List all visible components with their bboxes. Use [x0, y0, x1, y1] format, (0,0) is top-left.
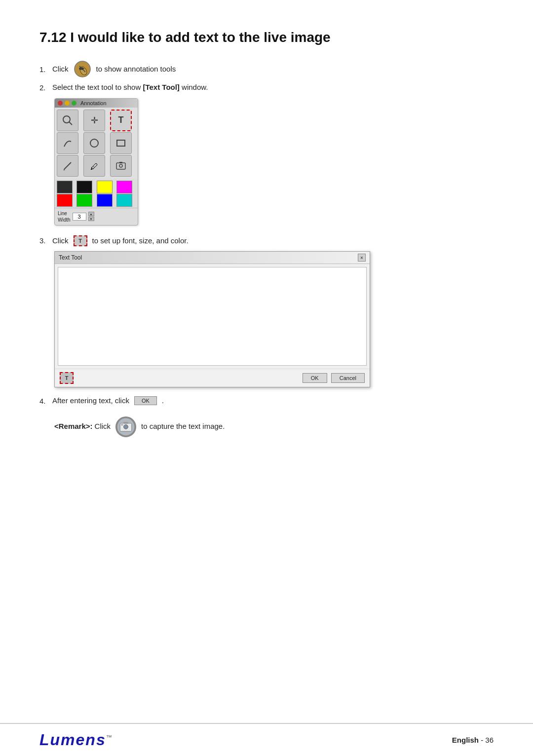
toolbar-btn-fill[interactable]: 🖊 — [83, 155, 105, 177]
step-4-text-after: . — [162, 395, 164, 407]
remark-click-text: Click — [95, 421, 111, 432]
linewidth-spinner: ▲ ▼ — [88, 212, 94, 221]
remark-label: <Remark>: — [54, 421, 93, 432]
page-content: 7.12 I would like to add text to the liv… — [0, 0, 533, 756]
toolbar-dot-green — [72, 101, 76, 106]
toolbar-btn-move[interactable]: ✛ — [83, 110, 105, 131]
color-magenta[interactable] — [116, 181, 132, 193]
step-1: 1. Click ✏ to show annotation tools — [39, 60, 494, 78]
step-4-text-before: After entering text, click — [52, 395, 129, 407]
dialog-title: Text Tool — [59, 254, 82, 261]
toolbar-dot-red — [58, 101, 63, 106]
footer: Lumens™ English - 36 — [0, 723, 533, 756]
step-3-num: 3. — [39, 236, 49, 245]
svg-point-12 — [119, 164, 122, 167]
toolbar-btn-pencil[interactable] — [57, 155, 78, 177]
svg-rect-18 — [121, 424, 123, 425]
toolbar-titlebar: Annotation — [55, 99, 138, 108]
ok-inline-button[interactable]: OK — [134, 396, 157, 405]
toolbar-color-swatches — [55, 179, 138, 208]
dialog-footer-left: T — [60, 372, 299, 384]
footer-language: English — [452, 736, 479, 744]
lumens-logo: Lumens™ — [39, 731, 113, 749]
dialog-text-icon[interactable]: T — [60, 372, 74, 384]
color-red[interactable] — [57, 194, 73, 207]
linewidth-input[interactable] — [73, 213, 86, 221]
toolbar-linewidth-section: Line Width ▲ ▼ — [55, 208, 138, 225]
toolbar-btn-freehand[interactable] — [57, 132, 78, 154]
step-1-text-after: to show annotation tools — [96, 64, 176, 75]
step-2-num: 2. — [39, 83, 49, 92]
remark-text-after: to capture the text image. — [141, 421, 225, 432]
dialog-titlebar: Text Tool × — [55, 252, 370, 264]
svg-rect-7 — [117, 140, 125, 146]
svg-line-8 — [64, 162, 71, 169]
svg-point-6 — [90, 139, 98, 147]
dialog-cancel-button[interactable]: Cancel — [331, 373, 365, 383]
svg-text:✏: ✏ — [79, 65, 85, 73]
svg-rect-11 — [116, 163, 125, 169]
footer-page-info: English - 36 — [452, 736, 494, 744]
svg-point-4 — [63, 116, 70, 123]
svg-rect-17 — [124, 422, 128, 424]
remark-section: <Remark>: Click to capture the text imag… — [54, 416, 494, 437]
step-1-text-before: Click — [52, 64, 69, 75]
color-cyan[interactable] — [116, 194, 132, 207]
color-blue[interactable] — [97, 194, 113, 207]
bold-text-tool: [Text Tool] — [143, 83, 179, 91]
capture-icon[interactable] — [115, 416, 136, 437]
toolbar-btn-rectangle[interactable] — [110, 132, 132, 154]
linewidth-label: Line Width — [58, 210, 71, 223]
footer-page-num: 36 — [485, 736, 494, 744]
svg-point-16 — [124, 424, 128, 429]
annotation-toolbar-screenshot: Annotation ✛ T — [54, 98, 138, 226]
dialog-text-area[interactable] — [58, 267, 367, 366]
dialog-footer: T OK Cancel — [55, 369, 370, 387]
step-3-text-before: Click — [52, 235, 69, 247]
toolbar-dot-yellow — [65, 101, 70, 106]
toolbar-btn-text[interactable]: T — [110, 110, 132, 131]
text-tool-dialog: Text Tool × T OK Cancel — [54, 251, 370, 387]
step-4-num: 4. — [39, 397, 49, 405]
color-green[interactable] — [76, 194, 92, 207]
footer-separator: - — [481, 736, 483, 744]
color-black[interactable] — [76, 181, 92, 193]
toolbar-buttons-grid: ✛ T 🖊 — [55, 108, 138, 179]
text-tool-small-icon[interactable]: T — [74, 235, 87, 246]
annotation-icon[interactable]: ✏ — [74, 60, 91, 78]
step-2-text: Select the text tool to show [Text Tool]… — [52, 82, 208, 93]
svg-line-5 — [69, 122, 72, 125]
step-3-text-after: to set up font, size, and color. — [92, 235, 189, 247]
toolbar-btn-magnify[interactable] — [57, 110, 78, 131]
spinner-down[interactable]: ▼ — [88, 217, 94, 221]
dialog-close-button[interactable]: × — [358, 254, 366, 262]
ok-inline-label: OK — [142, 398, 150, 404]
svg-marker-9 — [63, 169, 65, 170]
toolbar-title: Annotation — [80, 100, 107, 106]
spinner-up[interactable]: ▲ — [88, 212, 94, 216]
logo-text: Lumens — [39, 731, 106, 749]
color-yellow[interactable] — [97, 181, 113, 193]
dialog-ok-button[interactable]: OK — [303, 373, 327, 383]
page-title: 7.12 I would like to add text to the liv… — [39, 30, 494, 45]
step-2: 2. Select the text tool to show [Text To… — [39, 82, 494, 93]
toolbar-btn-circle[interactable] — [83, 132, 105, 154]
step-3: 3. Click T to set up font, size, and col… — [39, 235, 494, 247]
svg-rect-13 — [119, 162, 122, 163]
color-dark[interactable] — [57, 181, 73, 193]
svg-text:🖊: 🖊 — [90, 162, 98, 171]
toolbar-btn-capture[interactable] — [110, 155, 132, 177]
logo-sup: ™ — [106, 734, 113, 741]
step-1-num: 1. — [39, 65, 49, 74]
step-4: 4. After entering text, click OK . — [39, 395, 494, 407]
